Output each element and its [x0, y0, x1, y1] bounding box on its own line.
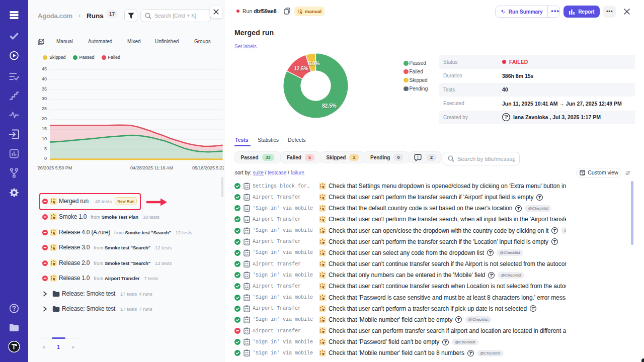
svg-text:82.5%: 82.5% — [322, 103, 336, 109]
svg-text:5.0%: 5.0% — [308, 61, 320, 66]
svg-text:12.5%: 12.5% — [294, 66, 308, 71]
